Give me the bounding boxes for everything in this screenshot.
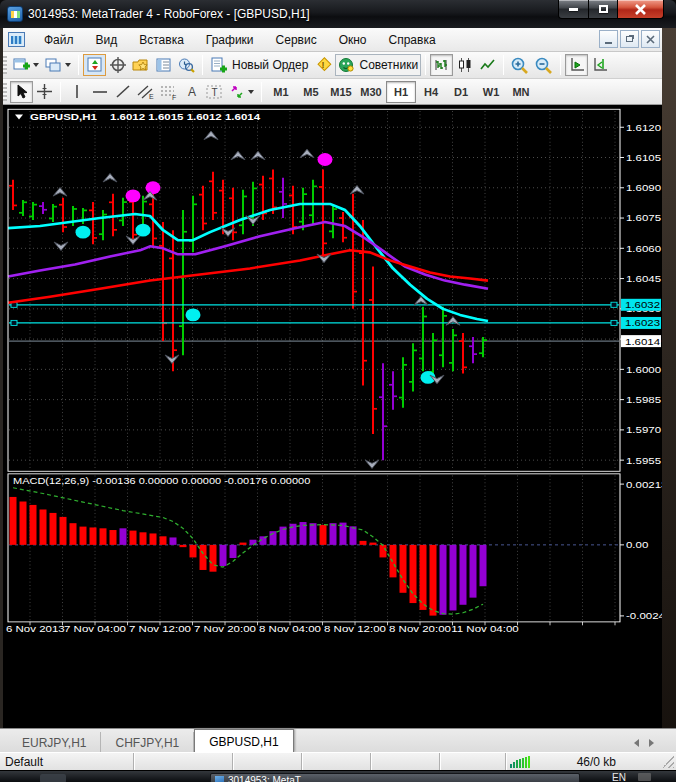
macd-histogram-bar [90,527,97,544]
zoom-in-button[interactable] [508,54,532,76]
tab-scroll-right-icon[interactable] [649,739,654,747]
maximize-button[interactable] [589,0,618,19]
timeframe-h4[interactable]: H4 [416,81,446,103]
menu-insert[interactable]: Вставка [128,30,195,50]
terminal-button[interactable] [152,54,175,76]
line-handle[interactable] [611,302,617,307]
trendline-button[interactable] [111,81,134,103]
timeframe-m15[interactable]: M15 [326,81,356,103]
candlestick-icon [457,57,473,73]
minimize-button[interactable] [558,0,589,19]
arrows-button[interactable] [226,81,257,103]
keyboard-icon [638,773,651,781]
timeframe-h1[interactable]: H1 [386,81,416,103]
macd-histogram-bar [470,545,477,598]
menu-help[interactable]: Справка [378,30,447,50]
zoom-out-button[interactable] [532,54,556,76]
crosshair-button[interactable] [33,81,56,103]
menu-window[interactable]: Окно [328,30,378,50]
child-close-button[interactable] [641,30,660,48]
price-axis-label: 1.6075 [626,212,661,223]
time-axis-label: 7 Nov 20:00 [194,623,256,634]
macd-histogram-bar [190,545,197,558]
resize-grip[interactable] [662,756,674,768]
zoom-in-icon [511,57,529,74]
child-close-icon [646,35,655,44]
menu-charts[interactable]: Графики [195,30,265,50]
cursor-button[interactable] [10,81,33,103]
arrows-icon [229,84,245,100]
taskbar-app-button[interactable]: 3014953: MetaT... [210,773,580,782]
channel-button[interactable]: E [134,81,157,103]
macd-histogram-bar [40,509,47,544]
toolbar-separator [261,82,262,102]
line-handle[interactable] [611,320,617,325]
close-button[interactable] [618,0,664,19]
auto-scroll-button[interactable] [565,54,588,76]
timeframe-m30[interactable]: M30 [356,81,386,103]
profile-label: Default [5,755,43,769]
data-window-button[interactable] [106,54,129,76]
cyan-signal-dot [76,226,91,239]
macd-histogram-bar [200,545,207,570]
profile-cell[interactable]: Default [0,753,134,771]
macd-scale-label: 0.00213 [626,478,662,489]
fibonacci-button[interactable]: F [157,81,180,103]
timeframe-w1[interactable]: W1 [476,81,506,103]
tab-scroll-left-icon[interactable] [634,739,639,747]
macd-histogram-bar [110,530,117,545]
strategy-tester-button[interactable] [175,54,198,76]
text-label-icon: T [206,84,223,100]
macd-histogram-bar [120,528,127,545]
menu-file[interactable]: Файл [33,30,85,50]
window-left-border [0,28,3,770]
market-watch-button[interactable] [83,54,106,76]
data-window-icon [110,57,126,73]
title-bar[interactable]: 3014953: MetaTrader 4 - RoboForex - [GBP… [0,0,676,28]
price-axis-label: 1.5985 [626,394,661,405]
chart-shift-button[interactable] [588,54,611,76]
menu-tools[interactable]: Сервис [265,30,328,50]
window-right-border [662,28,676,770]
child-restore-icon [626,36,633,42]
macd-scale-label: 0.00 [626,539,648,550]
candlestick-type-button[interactable] [453,54,476,76]
horizontal-line-button[interactable] [88,81,111,103]
line-handle[interactable] [11,320,17,325]
tab-eurjpy[interactable]: EURJPY,H1 [8,732,101,752]
profiles-button[interactable] [42,54,74,76]
menu-view[interactable]: Вид [85,30,129,50]
magenta-signal-dot [318,153,333,166]
tab-gbpusd[interactable]: GBPUSD,H1 [194,729,293,752]
child-minimize-button[interactable] [599,30,618,48]
time-axis-label: 8 Nov 20:00 [389,623,451,634]
navigator-button[interactable] [129,54,152,76]
text-button[interactable]: A [180,81,203,103]
chart-document-icon[interactable] [8,32,25,47]
timeframe-m5[interactable]: M5 [296,81,326,103]
dropdown-caret [33,63,39,67]
status-cell [134,753,233,771]
language-indicator[interactable]: EN [612,772,626,782]
timeframe-d1[interactable]: D1 [446,81,476,103]
timeframe-m1[interactable]: M1 [266,81,296,103]
mt4-window: 3014953: MetaTrader 4 - RoboForex - [GBP… [0,0,676,782]
new-order-button[interactable]: Новый Ордер [207,54,311,76]
status-cell [371,753,440,771]
vertical-line-icon [71,84,83,99]
price-axis-label: 1.6090 [626,182,661,193]
tab-chfjpy[interactable]: CHFJPY,H1 [101,732,194,752]
new-chart-button[interactable] [10,54,42,76]
text-icon: A [185,84,199,99]
new-order-icon [210,57,228,74]
line-chart-type-button[interactable] [476,54,499,76]
status-cell [440,753,506,771]
child-restore-button[interactable] [620,30,639,48]
bar-chart-type-button[interactable] [430,54,453,76]
vertical-line-button[interactable] [65,81,88,103]
metaeditor-button[interactable]: ! [311,54,335,76]
text-label-button[interactable]: T [203,81,226,103]
expert-advisors-button[interactable]: Советники [335,54,421,76]
chart-canvas[interactable]: 1.61201.61051.60901.60751.60601.60451.60… [0,105,662,728]
timeframe-mn[interactable]: MN [506,81,536,103]
